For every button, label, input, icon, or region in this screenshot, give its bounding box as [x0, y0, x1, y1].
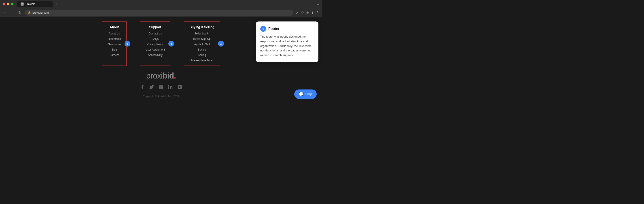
twitter-icon[interactable] [149, 84, 154, 91]
buying-selling-title: Buying & Selling [190, 25, 214, 29]
tooltip-badge: 1 [260, 26, 266, 32]
privacy-policy-link[interactable]: Privacy Policy [146, 43, 165, 46]
logo-area: proxibid. [146, 71, 176, 80]
faqs-link[interactable]: FAQs [146, 37, 165, 40]
traffic-lights [3, 3, 14, 5]
new-tab-button[interactable]: + [54, 1, 60, 7]
sidebar-icon[interactable]: ▮ [312, 10, 314, 15]
instagram-icon[interactable] [177, 84, 182, 91]
linkedin-icon[interactable] [168, 84, 173, 91]
url-text: proxibid.com [32, 11, 49, 14]
newsroom-link[interactable]: Newsroom [108, 43, 121, 46]
close-button[interactable] [3, 3, 5, 5]
tooltip-title: Footer [268, 27, 280, 31]
footer-tooltip: 1 Footer The footer was poorly designed,… [256, 22, 318, 62]
extensions-icon[interactable]: ⚞ [306, 10, 309, 15]
tab-bar: P Proxibid + [17, 1, 315, 7]
tab-favicon: P [20, 2, 24, 6]
back-button[interactable]: ← [3, 10, 8, 16]
bookmark-icon[interactable]: ☆ [301, 10, 304, 15]
buying-selling-column: Buying & Selling Seller Log In Buyer Sig… [184, 22, 220, 66]
youtube-icon[interactable] [158, 84, 164, 91]
lock-icon: 🔒 [28, 11, 31, 14]
seller-login-link[interactable]: Seller Log In [190, 32, 214, 35]
window-controls: ⌄ [317, 2, 319, 6]
title-bar: P Proxibid + ⌄ [0, 0, 322, 8]
logo-bid: bid [162, 71, 174, 80]
support-column: Support Contact Us FAQs Privacy Policy U… [140, 22, 170, 66]
user-agreement-link[interactable]: User Agreement [146, 48, 165, 51]
svg-point-1 [168, 85, 169, 86]
reload-button[interactable]: ↻ [17, 10, 22, 16]
marketplace-trust-link[interactable]: Marketplace Trust [190, 59, 214, 62]
about-links: About Us Leadership Newsroom Blog Career… [108, 32, 121, 56]
support-links: Contact Us FAQs Privacy Policy User Agre… [146, 32, 165, 56]
help-button[interactable]: 💬 Help [294, 90, 317, 99]
tab-title: Proxibid [26, 2, 35, 6]
address-bar: ← → ↻ 🔒 proxibid.com ↗ ☆ ⚞ ▮ ⋮ [0, 8, 322, 17]
buyer-signup-link[interactable]: Buyer Sign Up [190, 37, 214, 40]
buying-link[interactable]: Buying [190, 48, 214, 51]
active-tab[interactable]: P Proxibid [17, 1, 53, 7]
support-badge: 1 [168, 41, 174, 46]
copyright-text: Copyright © Proxibid Inc. 2022 [143, 95, 179, 98]
apply-to-sell-link[interactable]: Apply To Sell [190, 43, 214, 46]
chevron-down-icon: ⌄ [317, 2, 319, 6]
about-title: About [108, 25, 121, 29]
blog-link[interactable]: Blog [108, 48, 121, 51]
selling-link[interactable]: Selling [190, 54, 214, 56]
about-us-link[interactable]: About Us [108, 32, 121, 35]
forward-button[interactable]: → [10, 10, 15, 16]
logo-text: proxibid. [146, 71, 176, 80]
url-bar[interactable]: 🔒 proxibid.com [25, 10, 293, 16]
contact-us-link[interactable]: Contact Us [146, 32, 165, 35]
nav-buttons: ← → ↻ [3, 10, 22, 16]
minimize-button[interactable] [7, 3, 10, 5]
help-label: Help [306, 92, 312, 96]
tooltip-header: 1 Footer [260, 26, 314, 32]
social-icons [140, 84, 182, 91]
buying-selling-badge: 1 [218, 41, 224, 46]
maximize-button[interactable] [11, 3, 14, 5]
buying-selling-links: Seller Log In Buyer Sign Up Apply To Sel… [190, 32, 214, 62]
footer-columns: About About Us Leadership Newsroom Blog … [102, 22, 220, 66]
about-column: About About Us Leadership Newsroom Blog … [102, 22, 126, 66]
accessibility-link[interactable]: Accessibility [146, 54, 165, 56]
browser-chrome: P Proxibid + ⌄ ← → ↻ 🔒 proxibid.com ↗ ☆ … [0, 0, 322, 17]
support-title: Support [146, 25, 165, 29]
logo-dot: . [174, 71, 176, 80]
share-icon[interactable]: ↗ [296, 10, 298, 15]
help-icon: 💬 [299, 92, 304, 97]
menu-icon[interactable]: ⋮ [316, 10, 319, 15]
facebook-icon[interactable] [140, 84, 145, 91]
logo-proxi: proxi [146, 71, 162, 80]
tooltip-body: The footer was poorly designed, non-resp… [260, 34, 314, 58]
page-content: About About Us Leadership Newsroom Blog … [0, 17, 322, 102]
careers-link[interactable]: Careers [108, 54, 121, 56]
leadership-link[interactable]: Leadership [108, 37, 121, 40]
toolbar-right: ↗ ☆ ⚞ ▮ ⋮ [296, 10, 319, 15]
about-badge: 1 [124, 41, 130, 46]
